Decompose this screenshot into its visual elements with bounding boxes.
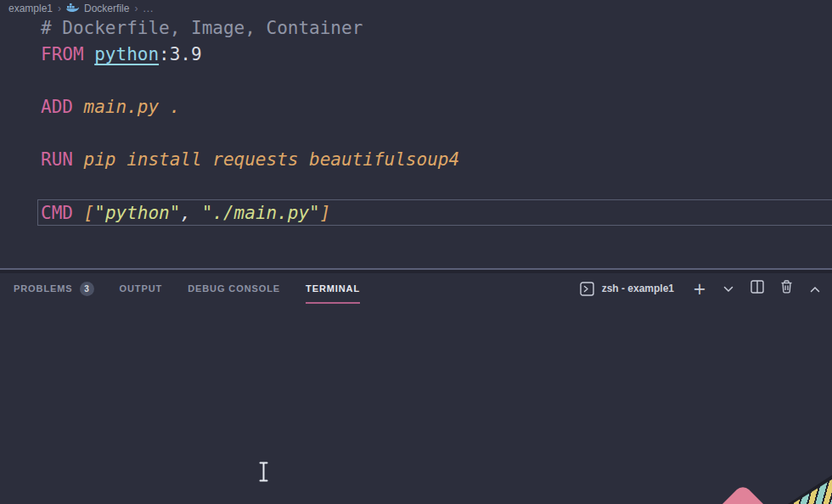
tab-debug-console[interactable]: DEBUG CONSOLE — [188, 273, 280, 304]
tab-label: PROBLEMS — [14, 283, 73, 294]
docker-whale-icon — [66, 3, 79, 15]
plus-icon: + — [693, 281, 706, 297]
maximize-panel-button[interactable] — [807, 280, 824, 297]
chevron-up-icon — [810, 281, 820, 296]
vscode-window: example1 › Dockerfile › ... # Dockerfile… — [0, 0, 832, 504]
cmd-string-2: "./main.py" — [202, 203, 320, 223]
image-tag: :3.9 — [159, 44, 202, 64]
split-pane-icon — [750, 280, 764, 297]
breadcrumb-separator: › — [58, 3, 61, 14]
code-line-from: FROM python:3.9 — [0, 42, 832, 68]
terminal-box-icon — [579, 280, 596, 297]
cmd-keyword: CMD — [41, 203, 84, 223]
terminal-controls: zsh - example1 + — [579, 273, 824, 304]
run-args: pip install requests beautifulsoup4 — [84, 149, 460, 170]
problems-count-badge: 3 — [80, 282, 94, 296]
code-line-cmd-current: CMD ["python", "./main.py"] — [37, 199, 832, 226]
add-keyword: ADD — [41, 97, 84, 117]
comment-text: # Dockerfile, Image, Container — [41, 18, 363, 38]
code-line-blank — [0, 68, 832, 94]
editor-code-area[interactable]: # Dockerfile, Image, Container FROM pyth… — [0, 15, 832, 226]
trash-icon — [780, 280, 793, 297]
panel-tabs: PROBLEMS 3 OUTPUT DEBUG CONSOLE TERMINAL — [0, 273, 360, 304]
session-label: zsh - example1 — [602, 283, 674, 294]
cmd-open-bracket: [ — [84, 203, 95, 223]
breadcrumb-ellipsis[interactable]: ... — [143, 3, 154, 14]
breadcrumb-separator: › — [134, 3, 138, 14]
bottom-panel: PROBLEMS 3 OUTPUT DEBUG CONSOLE TERMINAL… — [0, 268, 832, 504]
tab-label: TERMINAL — [306, 283, 360, 294]
kill-terminal-button[interactable] — [778, 280, 795, 297]
code-line-comment: # Dockerfile, Image, Container — [0, 15, 832, 42]
cmd-comma: , — [180, 203, 201, 223]
chevron-down-icon — [723, 281, 734, 296]
tab-label: DEBUG CONSOLE — [188, 283, 280, 294]
split-terminal-button[interactable] — [749, 280, 766, 297]
launch-profile-button[interactable] — [720, 280, 737, 297]
python-image-link[interactable]: python — [94, 44, 159, 64]
code-line-blank — [0, 120, 832, 147]
code-line-add: ADD main.py . — [0, 94, 832, 120]
tab-label: OUTPUT — [120, 283, 163, 294]
tab-terminal[interactable]: TERMINAL — [306, 273, 360, 304]
breadcrumb: example1 › Dockerfile › ... — [8, 1, 154, 15]
breadcrumb-file[interactable]: Dockerfile — [84, 3, 129, 14]
cmd-close-bracket: ] — [320, 203, 331, 223]
panel-header: PROBLEMS 3 OUTPUT DEBUG CONSOLE TERMINAL… — [0, 273, 832, 304]
code-line-run: RUN pip install requests beautifulsoup4 — [0, 147, 832, 173]
from-keyword: FROM — [41, 44, 94, 64]
code-line-blank — [0, 173, 832, 199]
ibeam-cursor-icon — [257, 462, 270, 485]
run-keyword: RUN — [41, 149, 84, 170]
breadcrumb-project[interactable]: example1 — [8, 3, 53, 14]
terminal-session-selector[interactable]: zsh - example1 — [579, 280, 674, 297]
tab-problems[interactable]: PROBLEMS 3 — [14, 273, 94, 304]
tab-output[interactable]: OUTPUT — [120, 273, 163, 304]
add-args: main.py . — [84, 97, 181, 117]
cmd-string-1: "python" — [94, 203, 180, 223]
new-terminal-button[interactable]: + — [691, 280, 708, 297]
